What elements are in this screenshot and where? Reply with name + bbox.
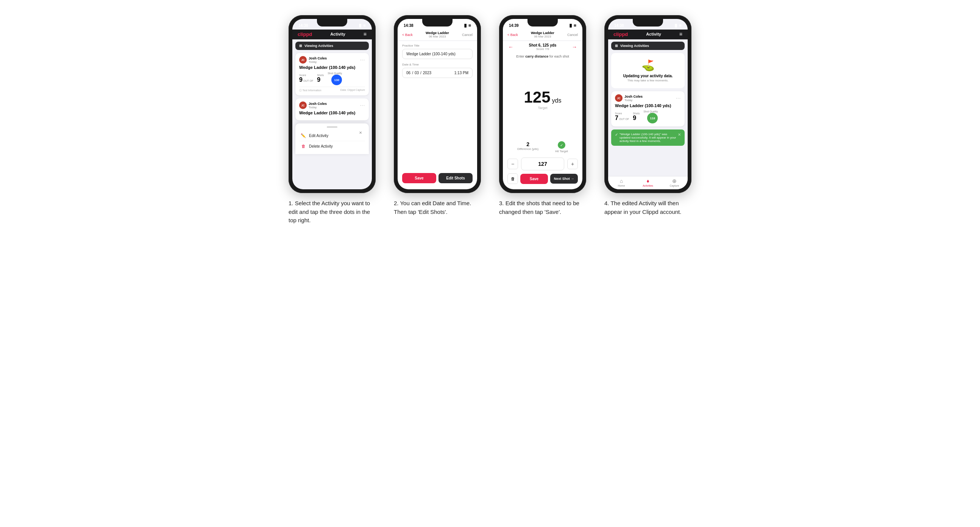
card-user-1: JC Josh Coles Today [299, 56, 327, 63]
activity-card-1: JC Josh Coles Today ··· Wedge Ladder (10… [295, 53, 369, 95]
tab-bar-4: ⌂ Home ♦ Activities ⊕ Capture [608, 176, 688, 189]
delete-shot-btn[interactable]: 🗑 [508, 173, 518, 184]
difference-metric: 2 Difference (yds) [517, 141, 538, 153]
card-date-1: Today [309, 60, 327, 63]
activities-icon: ♦ [646, 178, 649, 184]
phones-row: 14:38 ▐▌ ⊞ clippd Activity ≡ ⊞ Viewing A… [285, 15, 695, 225]
phone-notch-4 [633, 19, 663, 27]
shot-quality-badge-1: 130 [331, 75, 342, 85]
golf-flag-icon: ⛳ [641, 59, 655, 71]
tab-activities[interactable]: ♦ Activities [635, 178, 661, 187]
date-time-row[interactable]: 06 / 03 / 2023 1:13 PM [402, 68, 473, 78]
home-icon: ⌂ [620, 178, 623, 184]
phone-col-4: 14:38 ▐▌ ⊞ clippd Activity ≡ ⊞ Viewing A… [601, 15, 695, 216]
nav-bar-2: < Back Wedge Ladder 06 Mar 2023 Cancel [398, 30, 477, 41]
phone-notch-3 [528, 19, 558, 27]
nav-bar-4: clippd Activity ≡ [608, 30, 688, 40]
shot-unit: yds [552, 97, 562, 104]
time-2: 14:38 [404, 24, 414, 28]
time-field[interactable]: 1:13 PM [433, 71, 468, 75]
phone-frame-3: 14:39 ▐▌ ⊞ < Back Wedge Ladder 06 Mar 20… [499, 15, 586, 193]
success-toast: ✓ "Wedge Ladder (100-140 yds)" was updat… [611, 130, 685, 146]
time-4: 14:38 [614, 24, 624, 28]
card-dots-1[interactable]: ··· [360, 57, 365, 62]
card-title-4: Wedge Ladder (100-140 yds) [615, 103, 681, 108]
card-date-2: Today [309, 106, 327, 109]
prev-shot-btn[interactable]: ← [508, 44, 514, 50]
year-field[interactable]: 2023 [423, 71, 431, 75]
tab-capture[interactable]: ⊕ Capture [661, 178, 688, 187]
viewing-label-4: Viewing Activities [620, 44, 649, 48]
hit-target-icon: ✓ [558, 141, 565, 149]
phone-col-2: 14:38 ▐▌ ⊞ < Back Wedge Ladder 06 Mar 20… [390, 15, 485, 216]
save-shot-btn[interactable]: Save [520, 174, 548, 184]
hit-target-metric: ✓ Hit Target [555, 141, 568, 153]
nav-title-1: Activity [330, 32, 345, 37]
card-dots-2[interactable]: ··· [360, 103, 365, 108]
phone-frame-1: 14:38 ▐▌ ⊞ clippd Activity ≡ ⊞ Viewing A… [288, 15, 375, 193]
phone-frame-2: 14:38 ▐▌ ⊞ < Back Wedge Ladder 06 Mar 20… [394, 15, 481, 193]
phone-col-1: 14:38 ▐▌ ⊞ clippd Activity ≡ ⊞ Viewing A… [285, 15, 379, 225]
nav-center-3: Wedge Ladder 06 Mar 2023 [531, 31, 554, 38]
toast-close-btn[interactable]: ✕ [678, 132, 681, 137]
cancel-btn-2[interactable]: Cancel [462, 33, 473, 37]
toast-text: "Wedge Ladder (100-140 yds)" was updated… [619, 132, 678, 143]
month-field[interactable]: 03 [415, 71, 419, 75]
drawer-handle [327, 127, 337, 128]
drawer-close[interactable]: ✕ [359, 131, 362, 135]
practice-title-input[interactable]: Wedge Ladder (100-140 yds) [402, 49, 473, 59]
back-btn-2[interactable]: < Back [402, 33, 413, 37]
increment-btn[interactable]: + [567, 159, 578, 169]
caption-4: 4. The edited Activity will then appear … [605, 199, 692, 216]
nav-title-4: Activity [646, 32, 661, 37]
btn-row-2: Save Edit Shots [398, 170, 477, 186]
phone-screen-2: 14:38 ▐▌ ⊞ < Back Wedge Ladder 06 Mar 20… [398, 19, 477, 189]
updating-section: ⛳ Updating your activity data. This may … [611, 53, 685, 88]
phone-screen-4: 14:38 ▐▌ ⊞ clippd Activity ≡ ⊞ Viewing A… [608, 19, 688, 189]
card-title-2: Wedge Ladder (100-140 yds) [299, 111, 365, 115]
delete-label: Delete Activity [309, 144, 333, 148]
day-field[interactable]: 06 [406, 71, 410, 75]
updating-subtitle: This may take a few moments. [627, 79, 668, 82]
shot-quality-badge-4: 118 [647, 113, 658, 124]
shot-distance: 125 yds Target [503, 60, 582, 139]
next-shot-btn[interactable]: Next Shot → [550, 174, 578, 184]
nav-bar-3: < Back Wedge Ladder 06 Mar 2023 Cancel [503, 30, 582, 41]
trash-icon: 🗑 [301, 144, 306, 148]
card-date-4: Today [624, 98, 643, 102]
edit-shots-btn[interactable]: Edit Shots [439, 173, 473, 183]
menu-icon-4[interactable]: ≡ [679, 31, 682, 37]
activity-card-4: JC Josh Coles Today ··· Wedge Ladder (10… [611, 91, 685, 127]
decrement-btn[interactable]: − [508, 159, 518, 169]
shot-instruction: Enter carry distance for each shot [503, 53, 582, 60]
card-name-1: Josh Coles [309, 56, 327, 60]
status-icons-1: ▐▌ ⊞ [358, 24, 366, 27]
card-footer-1: ⓘ Test Information Data: Clippd Capture [299, 87, 365, 92]
edit-icon: ✏️ [301, 133, 306, 138]
shot-input[interactable]: 127 [521, 157, 564, 170]
shot-nav: ← Shot 6, 125 yds Score 7/9 → [503, 41, 582, 53]
save-btn-2[interactable]: Save [402, 173, 436, 183]
card-name-4: Josh Coles [624, 95, 643, 98]
card-stats-1: Score 9 OUT OF Shots 9 Shot Quality [299, 72, 365, 85]
tab-home-label: Home [618, 184, 625, 187]
caption-2: 2. You can edit Date and Time. Then tap … [394, 199, 481, 216]
card-stats-4: Score 7 OUT OF Shots 9 Shot Quality [615, 110, 681, 124]
action-drawer: ✕ ✏️ Edit Activity 🗑 Delete Activity [295, 124, 369, 154]
card-title-1: Wedge Ladder (100-140 yds) [299, 65, 365, 70]
next-shot-arrow-btn[interactable]: → [572, 44, 577, 50]
logo-1: clippd [298, 32, 312, 37]
tab-home[interactable]: ⌂ Home [608, 178, 635, 187]
menu-icon-1[interactable]: ≡ [364, 31, 367, 37]
back-btn-3[interactable]: < Back [508, 33, 518, 37]
tab-capture-label: Capture [670, 184, 679, 187]
practice-title-label: Practice Title [402, 44, 473, 47]
card-header-1: JC Josh Coles Today ··· [299, 56, 365, 63]
card-dots-4[interactable]: ··· [676, 95, 681, 101]
delete-activity-item[interactable]: 🗑 Delete Activity [299, 141, 365, 151]
phone-notch-2 [422, 19, 452, 27]
cancel-btn-3[interactable]: Cancel [567, 33, 578, 37]
nav-bar-1: clippd Activity ≡ [292, 30, 372, 40]
edit-activity-item[interactable]: ✏️ Edit Activity [299, 131, 365, 141]
phone-col-3: 14:39 ▐▌ ⊞ < Back Wedge Ladder 06 Mar 20… [495, 15, 590, 216]
